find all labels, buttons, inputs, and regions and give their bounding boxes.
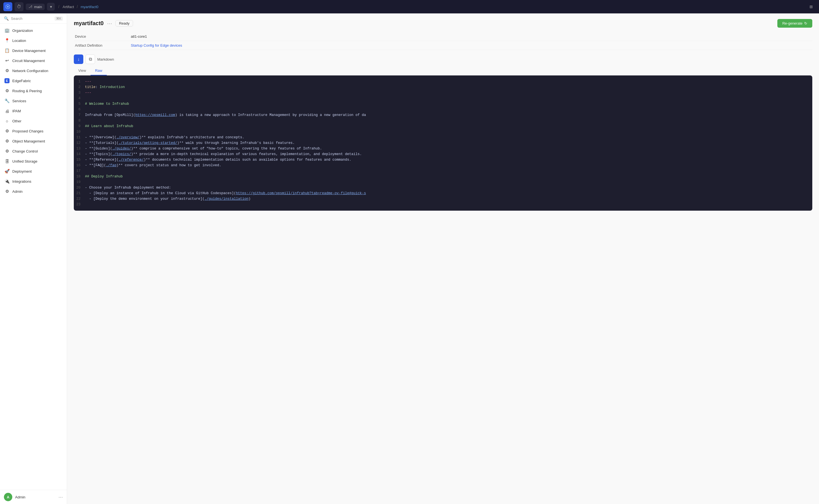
device-label: Device (74, 32, 130, 41)
search-icon: 🔍 (4, 16, 9, 21)
sidebar-item-deployment[interactable]: 🚀 Deployment (0, 166, 67, 176)
artifact-menu-icon[interactable]: ⋯ (107, 20, 112, 27)
definition-value[interactable]: Startup Config for Edge devices (130, 41, 812, 50)
code-toolbar: ↓ ⧉ Markdown (74, 54, 812, 64)
sidebar-item-services[interactable]: 🔧 Services (0, 96, 67, 106)
sidebar-item-device-management[interactable]: 📋 Device Management (0, 46, 67, 56)
sidebar-label-circuit-management: Circuit Management (12, 59, 45, 63)
grid-icon[interactable]: ⊞ (807, 2, 816, 11)
definition-label: Artifact Definition (74, 41, 130, 50)
search-shortcut: ⌘K (54, 16, 63, 21)
sidebar-label-deployment: Deployment (12, 169, 32, 173)
code-line-16: 16 - **[FAQ](./faq)** covers project sta… (74, 163, 812, 168)
timer-icon[interactable]: ⏱ (15, 2, 23, 11)
code-line-13: 13 - **[Guides](./guides/)** comprise a … (74, 146, 812, 151)
code-line-11: 11 - **[Overview](./overview/)** explain… (74, 135, 812, 140)
device-management-icon: 📋 (4, 48, 9, 53)
main-layout: 🔍 Search ⌘K 🏢 Organization 📍 Location 📋 … (0, 13, 819, 504)
location-icon: 📍 (4, 38, 9, 43)
user-menu-icon[interactable]: ⋯ (58, 495, 63, 500)
regenerate-label: Re-generate (782, 21, 803, 25)
copy-icon: ⧉ (89, 57, 92, 62)
edgefabric-icon: E (4, 78, 9, 83)
tab-raw[interactable]: Raw (91, 66, 107, 75)
code-line-5: 5 # Welcome to Infrahub (74, 101, 812, 107)
definition-row: Artifact Definition Startup Config for E… (74, 41, 812, 50)
search-placeholder: Search (11, 16, 52, 21)
format-label: Markdown (97, 57, 114, 61)
sidebar-item-admin[interactable]: ⚙ Admin (0, 186, 67, 196)
branch-label: main (34, 5, 42, 9)
code-line-21: 21 - [Deploy an instance of Infrahub in … (74, 191, 812, 196)
regenerate-icon: ↻ (804, 21, 807, 25)
code-line-18: 18 ## Deploy Infrahub (74, 174, 812, 179)
sidebar-label-change-control: Change Control (12, 149, 38, 153)
breadcrumb-artifact[interactable]: Artifact (63, 5, 74, 9)
code-line-6: 6 (74, 107, 812, 112)
sidebar-label-edgefabric: EdgeFabric (12, 79, 31, 83)
sidebar-item-routing-peering[interactable]: ⚙ Routing & Peering (0, 86, 67, 96)
copy-button[interactable]: ⧉ (85, 54, 95, 64)
routing-peering-icon: ⚙ (4, 88, 9, 93)
sidebar: 🔍 Search ⌘K 🏢 Organization 📍 Location 📋 … (0, 13, 67, 504)
view-tabs: View Raw (74, 66, 812, 75)
branch-icon: ⎇ (28, 5, 32, 9)
breadcrumb-divider-2: / (77, 4, 78, 9)
code-line-12: 12 - **[Tutorials](./tutorials/getting-s… (74, 140, 812, 146)
sidebar-item-integrations[interactable]: 🔌 Integrations (0, 176, 67, 186)
sidebar-label-organization: Organization (12, 28, 33, 33)
sidebar-label-routing-peering: Routing & Peering (12, 89, 42, 93)
sidebar-item-change-control[interactable]: ⚙ Change Control (0, 146, 67, 156)
circuit-management-icon: ↩ (4, 58, 9, 63)
sidebar-item-proposed-changes[interactable]: ⚙ Proposed Changes (0, 126, 67, 136)
code-line-19: 19 (74, 179, 812, 185)
sidebar-item-location[interactable]: 📍 Location (0, 35, 67, 46)
sidebar-item-organization[interactable]: 🏢 Organization (0, 25, 67, 35)
sidebar-item-edgefabric[interactable]: E EdgeFabric (0, 76, 67, 86)
code-block: 1 --- 2 title: Introduction 3 --- 4 5 # … (74, 75, 812, 211)
sidebar-label-ipam: IPAM (12, 109, 21, 113)
sidebar-item-circuit-management[interactable]: ↩ Circuit Management (0, 56, 67, 66)
ipam-icon: 🖨 (4, 108, 9, 113)
code-line-1: 1 --- (74, 79, 812, 84)
code-line-4: 4 (74, 96, 812, 101)
sidebar-item-object-management[interactable]: ⚙ Object Management (0, 136, 67, 146)
sidebar-user-area: A Admin ⋯ (0, 490, 67, 504)
artifact-status-badge: Ready (115, 20, 133, 27)
code-line-23: 23 (74, 202, 812, 207)
svg-point-0 (7, 6, 9, 8)
branch-chevron[interactable]: ▾ (47, 3, 55, 11)
artifact-title: myartifact0 (74, 20, 104, 27)
artifact-header: myartifact0 ⋯ Ready Re-generate ↻ (74, 19, 812, 28)
content-area: myartifact0 ⋯ Ready Re-generate ↻ Device… (67, 13, 819, 504)
sidebar-label-services: Services (12, 99, 26, 103)
regenerate-button[interactable]: Re-generate ↻ (777, 19, 812, 28)
code-line-14: 14 - **[Topics](./topics/)** provide a m… (74, 151, 812, 157)
sidebar-label-network-configuration: Network Configuration (12, 69, 48, 73)
sidebar-item-ipam[interactable]: 🖨 IPAM (0, 106, 67, 116)
proposed-changes-icon: ⚙ (4, 129, 9, 134)
tab-view[interactable]: View (74, 66, 91, 75)
code-line-2: 2 title: Introduction (74, 84, 812, 90)
change-control-icon: ⚙ (4, 149, 9, 154)
branch-selector[interactable]: ⎇ main (26, 4, 45, 10)
device-value[interactable]: atl1-core1 (130, 32, 812, 41)
topbar: ⏱ ⎇ main ▾ / Artifact / myartifact0 ⊞ (0, 0, 819, 13)
sidebar-item-other[interactable]: ○ Other (0, 116, 67, 126)
breadcrumb: Artifact / myartifact0 (63, 4, 98, 9)
download-button[interactable]: ↓ (74, 54, 83, 64)
unified-storage-icon: 🗄 (4, 159, 9, 164)
network-config-icon: ⚙ (4, 68, 9, 73)
code-line-15: 15 - **[Reference](./reference/)** docum… (74, 157, 812, 163)
sidebar-item-unified-storage[interactable]: 🗄 Unified Storage (0, 156, 67, 166)
device-row: Device atl1-core1 (74, 32, 812, 41)
sidebar-item-network-configuration[interactable]: ⚙ Network Configuration (0, 66, 67, 76)
code-line-10: 10 (74, 129, 812, 135)
app-logo[interactable] (3, 2, 12, 11)
search-bar[interactable]: 🔍 Search ⌘K (0, 13, 67, 24)
breadcrumb-myartifact[interactable]: myartifact0 (80, 5, 98, 9)
username: Admin (15, 495, 56, 499)
sidebar-label-object-management: Object Management (12, 139, 45, 143)
artifact-info-table: Device atl1-core1 Artifact Definition St… (74, 32, 812, 50)
services-icon: 🔧 (4, 98, 9, 103)
